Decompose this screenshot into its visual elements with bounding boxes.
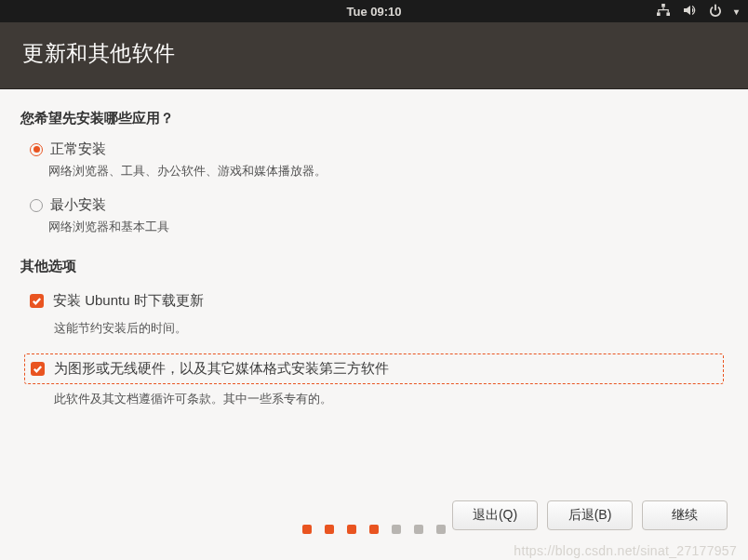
svg-rect-0 xyxy=(661,4,665,7)
option-normal-desc: 网络浏览器、工具、办公软件、游戏和媒体播放器。 xyxy=(48,164,728,180)
option-minimal-install[interactable]: 最小安装 xyxy=(30,196,728,214)
svg-rect-1 xyxy=(657,12,661,16)
checkbox-download-updates-label: 安装 Ubuntu 时下载更新 xyxy=(53,292,204,310)
progress-dot xyxy=(369,525,379,534)
radio-minimal-install[interactable] xyxy=(30,199,43,212)
watermark-text: https://blog.csdn.net/sinat_27177957 xyxy=(514,543,737,558)
clock-label: Tue 09:10 xyxy=(346,5,401,19)
option-normal-label: 正常安装 xyxy=(50,140,106,158)
system-tray[interactable]: ▾ xyxy=(656,3,739,20)
radio-normal-install[interactable] xyxy=(30,143,43,156)
checkbox-third-party-desc: 此软件及其文档遵循许可条款。其中一些系专有的。 xyxy=(54,392,728,407)
checkbox-third-party-row[interactable]: 为图形或无线硬件，以及其它媒体格式安装第三方软件 xyxy=(24,353,724,384)
page-title: 更新和其他软件 xyxy=(22,39,726,68)
svg-rect-2 xyxy=(666,12,670,16)
progress-dot xyxy=(325,525,334,534)
progress-dot xyxy=(347,525,356,534)
progress-dot xyxy=(392,525,401,534)
volume-icon[interactable] xyxy=(682,3,697,20)
checkbox-third-party[interactable] xyxy=(31,362,45,376)
progress-dots xyxy=(0,525,748,534)
checkbox-download-updates-desc: 这能节约安装后的时间。 xyxy=(54,321,728,337)
top-status-bar: Tue 09:10 ▾ xyxy=(0,0,748,22)
checkbox-third-party-label: 为图形或无线硬件，以及其它媒体格式安装第三方软件 xyxy=(54,360,389,378)
installer-panel: 您希望先安装哪些应用？ 正常安装 网络浏览器、工具、办公软件、游戏和媒体播放器。… xyxy=(0,89,748,560)
svg-rect-6 xyxy=(668,10,669,13)
progress-dot xyxy=(302,525,312,534)
progress-dot xyxy=(436,525,446,534)
checkbox-download-updates[interactable] xyxy=(30,294,44,308)
installer-header: 更新和其他软件 xyxy=(0,22,748,89)
option-minimal-desc: 网络浏览器和基本工具 xyxy=(48,220,728,235)
chevron-down-icon[interactable]: ▾ xyxy=(734,7,739,17)
option-normal-install[interactable]: 正常安装 xyxy=(30,140,728,158)
other-options-title: 其他选项 xyxy=(20,258,728,275)
checkbox-download-updates-row[interactable]: 安装 Ubuntu 时下载更新 xyxy=(30,288,728,313)
svg-rect-4 xyxy=(658,9,669,10)
install-question: 您希望先安装哪些应用？ xyxy=(20,110,728,127)
option-minimal-label: 最小安装 xyxy=(50,196,106,214)
network-icon[interactable] xyxy=(656,3,671,20)
power-icon[interactable] xyxy=(708,3,723,20)
svg-rect-5 xyxy=(658,10,659,13)
progress-dot xyxy=(414,525,423,534)
